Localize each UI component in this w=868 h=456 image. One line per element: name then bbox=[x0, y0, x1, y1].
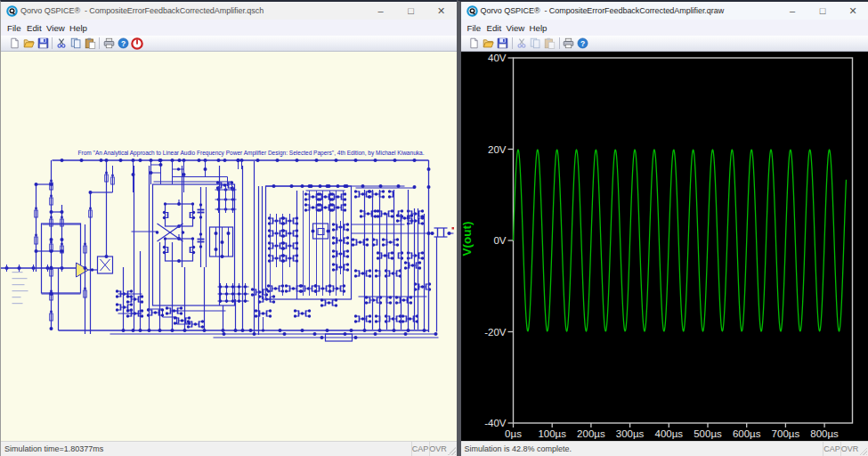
svg-text:?: ? bbox=[580, 39, 585, 48]
svg-text:-40V: -40V bbox=[484, 418, 507, 428]
svg-text:100µs: 100µs bbox=[538, 428, 566, 439]
svg-text:700µs: 700µs bbox=[771, 428, 799, 439]
svg-text:40V: 40V bbox=[488, 53, 507, 63]
svg-text:?: ? bbox=[120, 39, 125, 48]
svg-text:20V: 20V bbox=[488, 144, 507, 155]
svg-text:800µs: 800µs bbox=[810, 428, 839, 439]
svg-text:-20V: -20V bbox=[484, 327, 507, 338]
svg-text:400µs: 400µs bbox=[654, 428, 683, 439]
svg-text:0µs: 0µs bbox=[505, 428, 522, 439]
svg-text:300µs: 300µs bbox=[615, 428, 644, 439]
svg-text:V(out): V(out) bbox=[461, 222, 474, 256]
svg-text:600µs: 600µs bbox=[732, 428, 760, 439]
svg-text:500µs: 500µs bbox=[694, 428, 722, 439]
svg-text:200µs: 200µs bbox=[577, 428, 605, 439]
svg-text:From "An Analytical Approach t: From "An Analytical Approach to Linear A… bbox=[78, 150, 425, 157]
svg-text:0V: 0V bbox=[493, 235, 506, 246]
